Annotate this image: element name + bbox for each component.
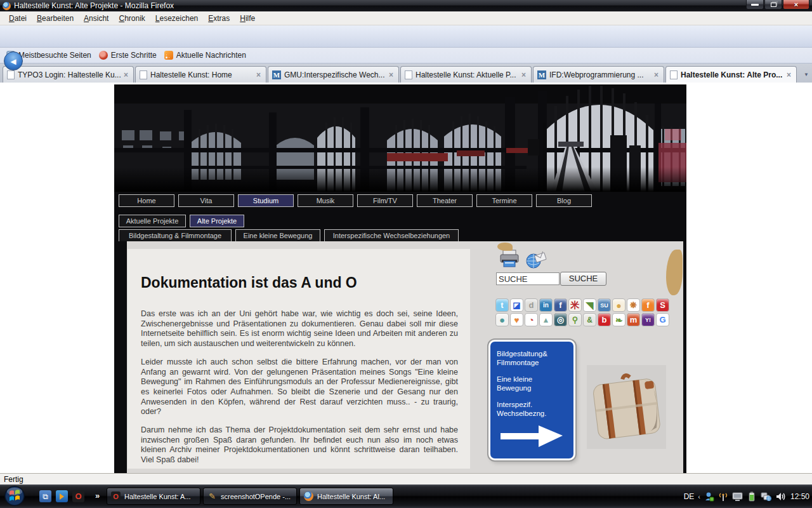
tab-close-icon[interactable]: ×: [653, 70, 660, 79]
start-button[interactable]: [4, 485, 25, 507]
tab-typo3-login[interactable]: TYPO3 Login: Haltestelle Ku... ×: [3, 66, 134, 83]
nav-home[interactable]: Home: [119, 194, 174, 207]
webnews-icon[interactable]: ◎: [554, 313, 567, 326]
nav-termine[interactable]: Termine: [476, 194, 532, 207]
digg-icon[interactable]: d: [525, 298, 538, 312]
tab-close-icon[interactable]: ×: [122, 70, 129, 79]
site-search-button[interactable]: SUCHE: [560, 272, 606, 286]
tab-haltestelle-alte-active[interactable]: Haltestelle Kunst: Alte Pro... ×: [665, 66, 797, 83]
nav-musik[interactable]: Musik: [298, 194, 353, 207]
subsubnav-bildgestaltung[interactable]: Bildgestaltung & Filmmontage: [119, 229, 232, 242]
taskbar-button-screenshot[interactable]: ✎ screenshotOPende -...: [203, 488, 297, 505]
network-icon[interactable]: [761, 491, 772, 502]
site-navigation: Home Vita Studium Musik Film/TV Theater …: [114, 192, 686, 241]
sign-link-bildgestaltung[interactable]: Bildgestaltung& Filmmontage: [497, 349, 567, 367]
misterwong-icon[interactable]: 米: [568, 298, 582, 312]
bookmark-latest-news[interactable]: Aktuelle Nachrichten: [162, 50, 251, 61]
menu-lesezeichen[interactable]: Lesezeichen: [150, 12, 203, 25]
sign-link-eine-kleine-bewegung[interactable]: Eine kleine Bewegung: [497, 375, 567, 392]
window-switcher-icon[interactable]: ⧉: [39, 490, 51, 502]
netvibes-icon[interactable]: ●: [612, 298, 625, 312]
folkd-icon[interactable]: f: [641, 298, 655, 312]
volume-icon[interactable]: [776, 491, 787, 502]
site-search-input[interactable]: [496, 272, 560, 285]
tab-close-icon[interactable]: ×: [388, 70, 395, 79]
article-paragraph: Leider musste ich auch schon selbst die …: [141, 358, 458, 417]
nav-vita[interactable]: Vita: [178, 194, 234, 207]
tab-close-icon[interactable]: ×: [785, 70, 792, 79]
restore-button[interactable]: [764, 0, 782, 10]
green-swirl-icon[interactable]: &: [583, 313, 596, 326]
media-player-icon[interactable]: [56, 490, 68, 502]
subsubnav-interspezifische[interactable]: Interspezifische Wechselbeziehungen: [324, 229, 459, 242]
firefox-icon: [3, 2, 11, 10]
technorati-fox-icon[interactable]: ❋: [627, 298, 640, 312]
email-page-icon[interactable]: [525, 251, 547, 269]
close-button[interactable]: ×: [783, 0, 809, 10]
tab-bar: TYPO3 Login: Haltestelle Ku... × Haltest…: [0, 64, 812, 83]
nav-blog[interactable]: Blog: [536, 194, 592, 207]
twitter-icon[interactable]: t: [495, 298, 509, 312]
nav-film-tv[interactable]: Film/TV: [357, 194, 413, 207]
tray-expand-icon[interactable]: ‹: [698, 493, 700, 500]
tab-overflow-button[interactable]: ▼: [802, 69, 811, 80]
bebo-icon[interactable]: b: [598, 313, 611, 326]
window-titlebar: Haltestelle Kunst: Alte Projekte - Mozil…: [0, 0, 812, 11]
yahoo-icon[interactable]: Y!: [641, 313, 655, 326]
teal-dot-icon[interactable]: ●: [495, 313, 509, 326]
shoutwire-icon[interactable]: S: [656, 298, 669, 312]
menu-chronik[interactable]: Chronik: [114, 12, 150, 25]
menu-bearbeiten[interactable]: Bearbeiten: [32, 12, 79, 25]
weheartit-icon[interactable]: ♥: [510, 313, 523, 326]
nav-theater[interactable]: Theater: [417, 194, 473, 207]
mixx-icon[interactable]: m: [627, 313, 640, 326]
menu-ansicht[interactable]: Ansicht: [79, 12, 114, 25]
image-editor-icon: ✎: [207, 491, 217, 501]
facebook-icon[interactable]: f: [554, 298, 567, 312]
newsvine-icon[interactable]: ◥: [583, 298, 596, 312]
subsubnav-eine-kleine-bewegung[interactable]: Eine kleine Bewegung: [235, 229, 320, 242]
site-left-border: [114, 241, 127, 473]
taskbar-button-firefox-active[interactable]: Haltestelle Kunst: Al...: [299, 488, 393, 505]
blinklist-icon[interactable]: ◔: [525, 313, 538, 326]
language-indicator[interactable]: DE: [684, 492, 695, 501]
tab-haltestelle-home[interactable]: Haltestelle Kunst: Home ×: [135, 66, 266, 83]
menu-datei[interactable]: Datei: [4, 12, 32, 25]
triangle-share-icon[interactable]: ▲: [539, 313, 553, 326]
back-button[interactable]: ◄: [4, 51, 23, 70]
opera-icon[interactable]: O: [72, 490, 84, 502]
tab-close-icon[interactable]: ×: [255, 70, 262, 79]
linkedin-icon[interactable]: in: [539, 298, 553, 312]
browser-viewport: Home Vita Studium Musik Film/TV Theater …: [0, 83, 812, 473]
menu-extras[interactable]: Extras: [203, 12, 235, 25]
messenger-icon[interactable]: [704, 491, 714, 502]
google-bookmarks-icon[interactable]: G: [656, 313, 669, 326]
delicious-icon[interactable]: ◪: [510, 298, 523, 312]
sign-link-interspezifische[interactable]: Interspezif. Wechselbezng.: [497, 400, 567, 418]
plant-service-icon[interactable]: ❧: [612, 313, 625, 326]
site-right-border: [683, 241, 686, 473]
page-icon: [7, 70, 15, 79]
minimize-button[interactable]: [746, 0, 764, 10]
pin-service-icon[interactable]: ⚲: [568, 313, 582, 326]
tab-ifd-wiki[interactable]: M IFD:Webprogrammierung ... ×: [533, 66, 664, 83]
display-icon[interactable]: [732, 491, 743, 502]
quicklaunch-overflow-icon[interactable]: »: [95, 491, 100, 500]
wireless-icon[interactable]: [718, 491, 728, 502]
page-icon: [670, 70, 678, 79]
subnav-alte-projekte[interactable]: Alte Projekte: [190, 215, 244, 227]
status-bar: Fertig: [0, 473, 812, 485]
nav-studium[interactable]: Studium: [238, 194, 294, 207]
suitcase-image: [587, 365, 666, 449]
tab-haltestelle-aktuelle[interactable]: Haltestelle Kunst: Aktuelle P... ×: [400, 66, 532, 83]
print-icon[interactable]: [499, 249, 521, 268]
tab-gmu-wiki[interactable]: M GMU:Interspezifische Wech... ×: [268, 66, 399, 83]
taskbar-button-opera[interactable]: O Haltestelle Kunst: A...: [107, 488, 200, 505]
tab-close-icon[interactable]: ×: [520, 70, 527, 79]
battery-icon[interactable]: [747, 491, 757, 502]
arrow-right-icon: [499, 422, 565, 450]
bookmark-getting-started[interactable]: Erste Schritte: [96, 50, 162, 61]
stumbleupon-icon[interactable]: SU: [598, 298, 611, 312]
subnav-aktuelle-projekte[interactable]: Aktuelle Projekte: [119, 215, 186, 227]
menu-hilfe[interactable]: Hilfe: [235, 12, 260, 25]
